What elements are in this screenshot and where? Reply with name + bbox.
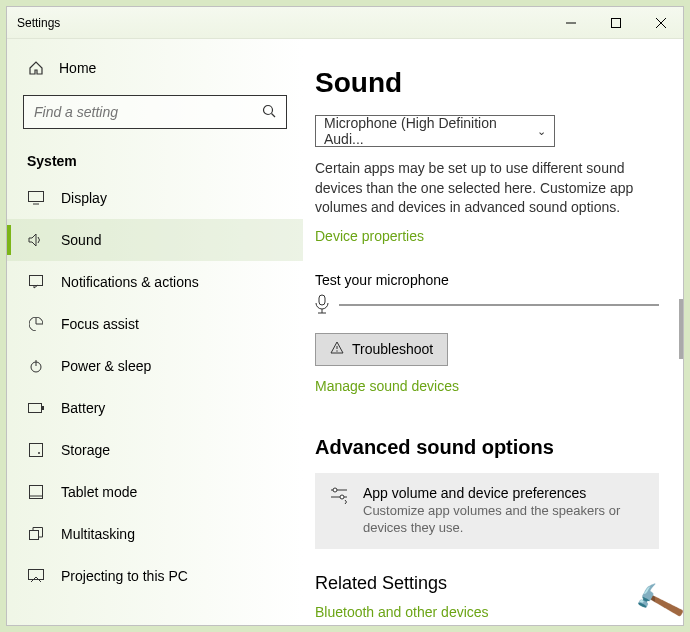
- mic-test-row: [315, 294, 659, 317]
- app-volume-card[interactable]: App volume and device preferences Custom…: [315, 473, 659, 549]
- dropdown-value: Microphone (High Definition Audi...: [324, 115, 537, 147]
- search-input[interactable]: [34, 104, 262, 120]
- main-content: Sound Microphone (High Definition Audi..…: [303, 39, 683, 625]
- card-subtitle: Customize app volumes and the speakers o…: [363, 503, 645, 537]
- home-button[interactable]: Home: [7, 51, 303, 85]
- chevron-down-icon: ⌄: [537, 125, 546, 138]
- display-icon: [27, 189, 45, 207]
- sidebar-item-sound[interactable]: Sound: [7, 219, 303, 261]
- svg-rect-12: [42, 406, 44, 410]
- projecting-icon: [27, 567, 45, 585]
- nav-label: Display: [61, 190, 107, 206]
- test-mic-label: Test your microphone: [315, 272, 659, 288]
- svg-point-4: [264, 105, 273, 114]
- window-title: Settings: [17, 16, 60, 30]
- sidebar-item-notifications[interactable]: Notifications & actions: [7, 261, 303, 303]
- svg-rect-18: [29, 570, 44, 580]
- nav-label: Multitasking: [61, 526, 135, 542]
- home-label: Home: [59, 60, 96, 76]
- nav-list: Display Sound Notifications & actions Fo…: [7, 177, 303, 625]
- nav-label: Battery: [61, 400, 105, 416]
- nav-label: Power & sleep: [61, 358, 151, 374]
- svg-point-25: [333, 488, 337, 492]
- sidebar-item-tablet-mode[interactable]: Tablet mode: [7, 471, 303, 513]
- minimize-button[interactable]: [548, 7, 593, 39]
- close-icon: [656, 18, 666, 28]
- svg-rect-15: [30, 486, 43, 499]
- page-title: Sound: [315, 67, 659, 99]
- search-box[interactable]: [23, 95, 287, 129]
- input-device-note: Certain apps may be set up to use differ…: [315, 159, 659, 218]
- troubleshoot-label: Troubleshoot: [352, 341, 433, 357]
- card-title: App volume and device preferences: [363, 485, 645, 501]
- sidebar-item-display[interactable]: Display: [7, 177, 303, 219]
- focus-assist-icon: [27, 315, 45, 333]
- sidebar: Home System Display Sound: [7, 39, 303, 625]
- svg-point-27: [340, 495, 344, 499]
- related-link-bluetooth[interactable]: Bluetooth and other devices: [315, 604, 659, 620]
- minimize-icon: [566, 18, 576, 28]
- nav-label: Storage: [61, 442, 110, 458]
- mic-level-bar: [339, 304, 659, 306]
- svg-rect-6: [29, 192, 44, 202]
- notifications-icon: [27, 273, 45, 291]
- svg-rect-8: [30, 276, 43, 286]
- svg-rect-13: [30, 444, 43, 457]
- tablet-icon: [27, 483, 45, 501]
- maximize-button[interactable]: [593, 7, 638, 39]
- section-label-system: System: [7, 139, 303, 177]
- warning-icon: [330, 341, 344, 358]
- device-properties-link[interactable]: Device properties: [315, 228, 424, 244]
- nav-label: Tablet mode: [61, 484, 137, 500]
- input-device-dropdown[interactable]: Microphone (High Definition Audi... ⌄: [315, 115, 555, 147]
- sidebar-item-focus-assist[interactable]: Focus assist: [7, 303, 303, 345]
- home-icon: [27, 59, 45, 77]
- svg-point-14: [38, 452, 40, 454]
- advanced-heading: Advanced sound options: [315, 436, 659, 459]
- sidebar-item-battery[interactable]: Battery: [7, 387, 303, 429]
- maximize-icon: [611, 18, 621, 28]
- battery-icon: [27, 399, 45, 417]
- sidebar-item-multitasking[interactable]: Multitasking: [7, 513, 303, 555]
- svg-rect-17: [30, 531, 39, 540]
- sliders-icon: [329, 485, 349, 537]
- svg-point-23: [336, 350, 337, 351]
- close-button[interactable]: [638, 7, 683, 39]
- multitasking-icon: [27, 525, 45, 543]
- nav-label: Notifications & actions: [61, 274, 199, 290]
- sound-icon: [27, 231, 45, 249]
- manage-devices-link[interactable]: Manage sound devices: [315, 378, 459, 394]
- microphone-icon: [315, 294, 329, 317]
- search-icon: [262, 104, 276, 121]
- power-icon: [27, 357, 45, 375]
- related-heading: Related Settings: [315, 573, 659, 594]
- sidebar-item-projecting[interactable]: Projecting to this PC: [7, 555, 303, 597]
- svg-line-5: [272, 113, 276, 117]
- scrollbar-thumb[interactable]: [679, 299, 683, 359]
- nav-label: Projecting to this PC: [61, 568, 188, 584]
- titlebar: Settings: [7, 7, 683, 39]
- svg-rect-1: [611, 18, 620, 27]
- sidebar-item-power-sleep[interactable]: Power & sleep: [7, 345, 303, 387]
- sidebar-item-storage[interactable]: Storage: [7, 429, 303, 471]
- svg-rect-11: [29, 404, 42, 413]
- svg-rect-19: [319, 295, 325, 305]
- settings-window: Settings Home System: [6, 6, 684, 626]
- storage-icon: [27, 441, 45, 459]
- window-body: Home System Display Sound: [7, 39, 683, 625]
- nav-label: Focus assist: [61, 316, 139, 332]
- nav-label: Sound: [61, 232, 101, 248]
- troubleshoot-button[interactable]: Troubleshoot: [315, 333, 448, 366]
